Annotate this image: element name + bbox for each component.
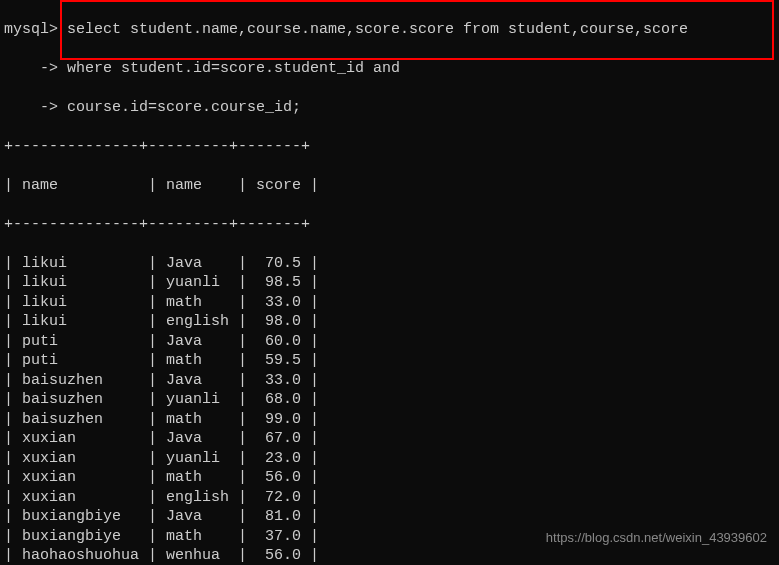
table-row: | haohaoshuohua | wenhua | 56.0 | [0,546,779,565]
table-body: | likui | Java | 70.5 || likui | yuanli … [0,254,779,566]
cont-prompt: -> [4,60,58,77]
table-row: | baisuzhen | Java | 33.0 | [0,371,779,391]
table-row: | puti | Java | 60.0 | [0,332,779,352]
table-row: | xuxian | Java | 67.0 | [0,429,779,449]
terminal-output: mysql> select student.name,course.name,s… [0,0,779,565]
query-text-1: select student.name,course.name,score.sc… [58,21,688,38]
table-row: | baisuzhen | yuanli | 68.0 | [0,390,779,410]
cont-prompt: -> [4,99,58,116]
table-row: | xuxian | yuanli | 23.0 | [0,449,779,469]
query-text-3: course.id=score.course_id; [58,99,301,116]
table-row: | likui | english | 98.0 | [0,312,779,332]
table-row: | baisuzhen | math | 99.0 | [0,410,779,430]
table-row: | likui | yuanli | 98.5 | [0,273,779,293]
query-text-2: where student.id=score.student_id and [58,60,400,77]
sql-prompt-line-1: mysql> select student.name,course.name,s… [0,20,779,40]
table-row: | likui | Java | 70.5 | [0,254,779,274]
sql-prompt-line-2: -> where student.id=score.student_id and [0,59,779,79]
table-row: | xuxian | english | 72.0 | [0,488,779,508]
watermark-text: https://blog.csdn.net/weixin_43939602 [546,530,767,547]
sql-prompt-line-3: -> course.id=score.course_id; [0,98,779,118]
table-row: | likui | math | 33.0 | [0,293,779,313]
table-row: | xuxian | math | 56.0 | [0,468,779,488]
table-header-row: | name | name | score | [0,176,779,196]
table-row: | puti | math | 59.5 | [0,351,779,371]
table-border-top: +--------------+---------+-------+ [0,137,779,157]
table-row: | buxiangbiye | Java | 81.0 | [0,507,779,527]
table-border-mid: +--------------+---------+-------+ [0,215,779,235]
mysql-prompt: mysql> [4,21,58,38]
